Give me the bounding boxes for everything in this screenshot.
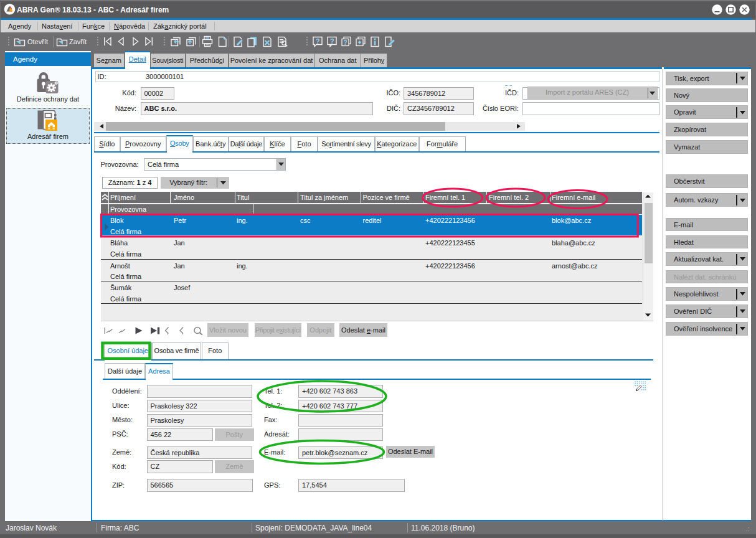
svg-text:?: ? (330, 37, 334, 45)
svg-text:?: ? (316, 37, 320, 45)
svg-text:?: ? (344, 39, 347, 46)
